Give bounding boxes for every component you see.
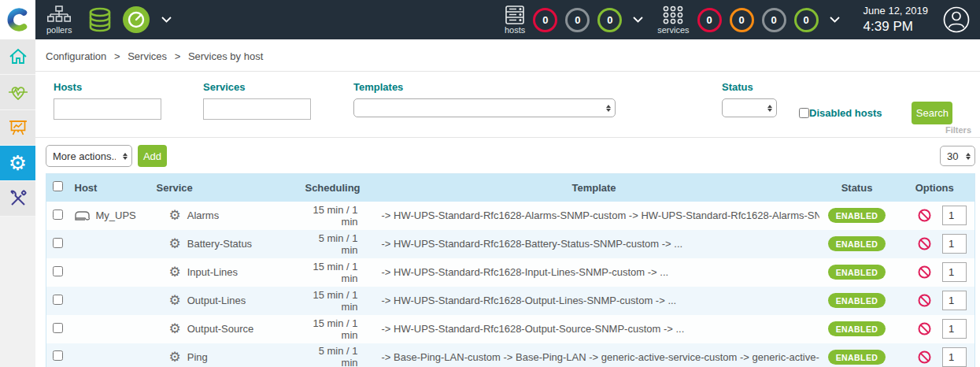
sidebar-item-home[interactable] xyxy=(0,39,35,75)
select-all-checkbox[interactable] xyxy=(53,181,63,191)
sidebar-item-monitoring[interactable] xyxy=(0,75,35,110)
centreon-logo-icon xyxy=(6,6,30,33)
table-row: ⚙ Output-Lines 15 min / 1 min -> HW-UPS-… xyxy=(46,287,975,315)
row-checkbox[interactable] xyxy=(53,209,63,220)
row-checkbox[interactable] xyxy=(53,295,63,305)
service-name[interactable]: Output-Lines xyxy=(187,295,246,306)
add-button[interactable]: Add xyxy=(138,145,167,167)
row-checkbox[interactable] xyxy=(53,350,63,361)
service-name[interactable]: Input-Lines xyxy=(187,266,238,278)
duplicate-count-input[interactable] xyxy=(942,347,967,367)
user-menu-button[interactable] xyxy=(942,6,971,34)
hosts-label: hosts xyxy=(505,25,525,35)
row-checkbox[interactable] xyxy=(53,323,63,333)
breadcrumb-configuration[interactable]: Configuration xyxy=(46,50,106,62)
disable-icon[interactable] xyxy=(918,294,931,307)
status-badge: ENABLED xyxy=(828,265,886,280)
service-gear-icon[interactable]: ⚙ xyxy=(169,237,181,250)
scheduling-value: 15 min / 1 min xyxy=(297,287,369,315)
breadcrumb-services-by-host[interactable]: Services by host xyxy=(188,50,263,62)
database-button[interactable] xyxy=(86,6,114,34)
services-filter-input[interactable] xyxy=(203,98,311,120)
table-row: ⚙ Ping 5 min / 1 min -> Base-Ping-LAN-cu… xyxy=(46,343,975,367)
service-name[interactable]: Output-Source xyxy=(187,323,254,335)
table-row: ⚙ Input-Lines 15 min / 1 min -> HW-UPS-S… xyxy=(46,258,975,287)
services-icon xyxy=(662,6,684,24)
service-gear-icon[interactable]: ⚙ xyxy=(169,322,181,335)
sidebar-item-administration[interactable] xyxy=(0,181,35,217)
centreon-logo[interactable] xyxy=(0,0,35,39)
service-name[interactable]: Ping xyxy=(187,351,208,363)
duplicate-count-input[interactable] xyxy=(942,291,967,310)
services-label: services xyxy=(657,25,689,35)
services-unknown-counter[interactable]: 0 xyxy=(762,8,786,32)
pollers-button[interactable]: pollers xyxy=(46,6,72,35)
status-filter-select[interactable] xyxy=(722,98,777,117)
status-badge: ENABLED xyxy=(828,321,886,336)
services-critical-counter[interactable]: 0 xyxy=(697,8,722,32)
sidebar-item-reporting[interactable] xyxy=(0,110,35,146)
templates-filter-select[interactable] xyxy=(353,98,616,117)
hosts-chevron-down-icon[interactable] xyxy=(633,17,643,23)
hosts-status-button[interactable]: hosts xyxy=(505,6,525,35)
user-avatar-icon xyxy=(942,6,971,34)
services-filter-label: Services xyxy=(203,81,311,93)
disable-icon[interactable] xyxy=(918,237,931,250)
main-content: Configuration > Services > Services by h… xyxy=(35,39,980,367)
hosts-up-counter[interactable]: 0 xyxy=(597,8,622,32)
status-badge: ENABLED xyxy=(828,236,886,251)
service-column-header: Service xyxy=(150,174,297,202)
page-size-select[interactable]: 30 xyxy=(940,146,975,166)
service-gear-icon[interactable]: ⚙ xyxy=(169,294,181,307)
duplicate-count-input[interactable] xyxy=(942,262,967,282)
hosts-down-counter[interactable]: 0 xyxy=(533,8,557,32)
service-gear-icon[interactable]: ⚙ xyxy=(169,209,181,222)
gauge-button[interactable] xyxy=(122,6,150,34)
services-status-button[interactable]: services xyxy=(657,6,689,35)
status-badge: ENABLED xyxy=(828,293,886,308)
pollers-icon xyxy=(47,6,71,24)
template-chain: -> HW-UPS-Standard-Rfc1628-Output-Lines-… xyxy=(369,287,819,315)
poller-menu-chevron-down-icon[interactable] xyxy=(161,17,172,23)
hosts-filter-input[interactable] xyxy=(54,98,161,120)
actions-toolbar: More actions... Add 30 xyxy=(35,138,980,173)
status-column-header: Status xyxy=(819,174,895,202)
services-warning-counter[interactable]: 0 xyxy=(730,8,754,32)
breadcrumb-services[interactable]: Services xyxy=(128,50,167,62)
options-column-header: Options xyxy=(895,174,975,202)
services-by-host-table: Host Service Scheduling Template Status … xyxy=(46,173,975,367)
template-column-header: Template xyxy=(369,174,819,202)
service-gear-icon[interactable]: ⚙ xyxy=(169,350,181,364)
duplicate-count-input[interactable] xyxy=(942,234,967,254)
status-badge: ENABLED xyxy=(828,350,886,365)
service-gear-icon[interactable]: ⚙ xyxy=(169,265,181,279)
top-bar: pollers xyxy=(0,0,980,39)
disable-icon[interactable] xyxy=(918,209,931,222)
host-column-header: Host xyxy=(68,174,150,202)
disabled-hosts-filter[interactable]: Disabled hosts xyxy=(799,107,882,119)
sidebar-item-configuration[interactable]: ⚙ xyxy=(0,146,35,181)
template-chain: -> HW-UPS-Standard-Rfc1628-Output-Source… xyxy=(369,315,819,343)
disable-icon[interactable] xyxy=(918,350,931,364)
disable-icon[interactable] xyxy=(918,265,931,279)
tools-icon xyxy=(9,189,28,208)
row-checkbox[interactable] xyxy=(53,266,63,276)
search-button[interactable]: Search xyxy=(912,102,952,124)
disabled-hosts-checkbox[interactable] xyxy=(799,108,809,118)
template-chain: -> HW-UPS-Standard-Rfc1628-Input-Lines-S… xyxy=(369,258,819,287)
service-name[interactable]: Battery-Status xyxy=(187,238,252,250)
duplicate-count-input[interactable] xyxy=(942,206,967,225)
filters-caption[interactable]: Filters xyxy=(945,125,971,135)
hosts-filter-label: Hosts xyxy=(54,81,161,93)
more-actions-select[interactable]: More actions... xyxy=(46,145,132,167)
gear-icon: ⚙ xyxy=(9,153,27,173)
row-checkbox[interactable] xyxy=(53,238,63,248)
services-chevron-down-icon[interactable] xyxy=(830,17,840,23)
duplicate-count-input[interactable] xyxy=(942,319,967,339)
hosts-unreachable-counter[interactable]: 0 xyxy=(565,8,590,32)
service-name[interactable]: Alarms xyxy=(187,209,219,221)
disable-icon[interactable] xyxy=(918,322,931,335)
services-ok-counter[interactable]: 0 xyxy=(794,8,819,32)
scheduling-column-header: Scheduling xyxy=(297,174,369,202)
host-name[interactable]: My_UPS xyxy=(96,209,136,221)
